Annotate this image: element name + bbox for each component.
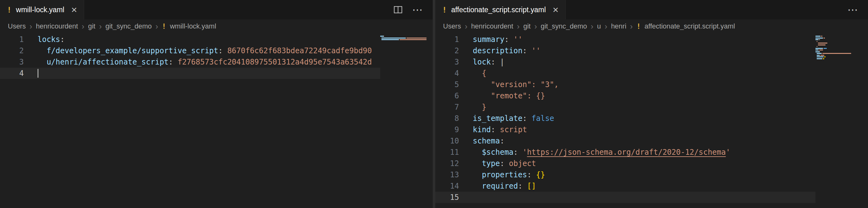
code-line[interactable]: 10schema: — [435, 135, 815, 147]
code-line[interactable]: 4 { — [435, 68, 815, 79]
breadcrumb-item[interactable]: henri — [611, 22, 626, 30]
line-number[interactable]: 15 — [435, 192, 459, 203]
line-content[interactable]: is_template: false — [459, 113, 815, 124]
line-content[interactable]: f/developers_example/supportive_script: … — [24, 45, 380, 56]
breadcrumb-item[interactable]: git — [88, 22, 95, 30]
line-number[interactable]: 2 — [435, 45, 459, 56]
code-area[interactable]: 1locks:2 f/developers_example/supportive… — [0, 33, 380, 208]
breadcrumb-item[interactable]: henricourdent — [471, 22, 514, 30]
line-content[interactable]: kind: script — [459, 124, 815, 135]
line-content[interactable]: u/henri/affectionate_script: f2768573cfc… — [24, 56, 380, 68]
line-number[interactable]: 12 — [435, 158, 459, 169]
code-line[interactable]: 2 f/developers_example/supportive_script… — [0, 45, 380, 56]
line-number[interactable]: 6 — [435, 90, 459, 102]
line-content[interactable]: "remote": {} — [459, 90, 815, 102]
tab-wmill-lock[interactable]: ! wmill-lock.yaml × — [0, 0, 84, 20]
minimap-line — [815, 50, 862, 50]
breadcrumb-item[interactable]: affectionate_script.script.yaml — [645, 22, 735, 30]
editor-actions: ⋯ — [393, 0, 433, 20]
line-number[interactable]: 9 — [435, 124, 459, 135]
breadcrumb: Users›henricourdent›git›git_sync_demo›!w… — [0, 20, 433, 33]
code-line[interactable]: 11 $schema: 'https://json-schema.org/dra… — [435, 147, 815, 158]
line-content[interactable] — [459, 192, 815, 203]
line-number[interactable]: 2 — [0, 45, 24, 56]
tab-affectionate-script[interactable]: ! affectionate_script.script.yaml × — [435, 0, 566, 20]
code-line[interactable]: 6 "remote": {} — [435, 90, 815, 102]
breadcrumb-item[interactable]: git_sync_demo — [540, 22, 587, 30]
code-line[interactable]: 15 — [435, 192, 815, 203]
split-editor-icon[interactable] — [393, 5, 403, 15]
breadcrumb-separator-icon: › — [465, 22, 467, 31]
code-line[interactable]: 13 properties: {} — [435, 169, 815, 180]
line-number[interactable]: 13 — [435, 169, 459, 180]
line-content[interactable]: { — [459, 68, 815, 79]
breadcrumb-item[interactable]: u — [597, 22, 601, 30]
minimap-line — [815, 41, 862, 42]
breadcrumb-separator-icon: › — [155, 22, 158, 31]
code-line[interactable]: 12 type: object — [435, 158, 815, 169]
code-line[interactable]: 9kind: script — [435, 124, 815, 135]
code-line[interactable]: 4 — [0, 68, 380, 79]
line-content[interactable]: locks: — [24, 34, 380, 45]
line-content[interactable] — [24, 68, 380, 79]
minimap-line — [380, 36, 427, 37]
line-content[interactable]: schema: — [459, 135, 815, 147]
breadcrumb-separator-icon: › — [605, 22, 607, 31]
line-number[interactable]: 4 — [0, 68, 24, 79]
breadcrumb-separator-icon: › — [82, 22, 84, 31]
line-content[interactable]: "version": "3", — [459, 79, 815, 90]
line-number[interactable]: 1 — [0, 34, 24, 45]
minimap[interactable] — [380, 33, 427, 208]
line-number[interactable]: 3 — [435, 56, 459, 68]
breadcrumb-item[interactable]: git_sync_demo — [105, 22, 152, 30]
vscode-workbench: ! wmill-lock.yaml × ⋯ Users›henricourden… — [0, 0, 868, 208]
code-line[interactable]: 3lock: | — [435, 56, 815, 68]
line-number[interactable]: 4 — [435, 68, 459, 79]
close-icon[interactable]: × — [71, 5, 77, 15]
minimap-line — [815, 36, 862, 37]
line-content[interactable]: lock: | — [459, 56, 815, 68]
code-line[interactable]: 2description: '' — [435, 45, 815, 56]
yaml-file-icon: ! — [442, 5, 447, 15]
breadcrumb-item[interactable]: Users — [443, 22, 461, 30]
line-content[interactable]: properties: {} — [459, 169, 815, 180]
line-number[interactable]: 8 — [435, 113, 459, 124]
breadcrumb-item[interactable]: wmill-lock.yaml — [170, 22, 216, 30]
code-line[interactable]: 3 u/henri/affectionate_script: f2768573c… — [0, 56, 380, 68]
line-content[interactable]: required: [] — [459, 180, 815, 192]
line-number[interactable]: 11 — [435, 147, 459, 158]
breadcrumb-separator-icon: › — [99, 22, 102, 31]
code-line[interactable]: 7 } — [435, 102, 815, 113]
line-number[interactable]: 3 — [0, 56, 24, 68]
line-number[interactable]: 10 — [435, 135, 459, 147]
line-content[interactable]: summary: '' — [459, 34, 815, 45]
breadcrumb-item[interactable]: Users — [8, 22, 26, 30]
code-line[interactable]: 1summary: '' — [435, 34, 815, 45]
code-line[interactable]: 8is_template: false — [435, 113, 815, 124]
line-number[interactable]: 5 — [435, 79, 459, 90]
editor-group-sash[interactable] — [433, 0, 435, 208]
line-number[interactable]: 7 — [435, 102, 459, 113]
more-actions-icon[interactable]: ⋯ — [412, 4, 423, 15]
minimap-line — [815, 46, 862, 47]
line-number[interactable]: 14 — [435, 180, 459, 192]
link[interactable]: https://json-schema.org/draft/2020-12/sc… — [527, 148, 726, 157]
minimap[interactable] — [815, 33, 862, 208]
more-actions-icon[interactable]: ⋯ — [847, 4, 859, 15]
breadcrumb-separator-icon: › — [29, 22, 32, 31]
code-line[interactable]: 5 "version": "3", — [435, 79, 815, 90]
code-area[interactable]: 1summary: ''2description: ''3lock: |4 {5… — [435, 33, 815, 208]
line-content[interactable]: type: object — [459, 158, 815, 169]
line-content[interactable]: $schema: 'https://json-schema.org/draft/… — [459, 147, 815, 158]
breadcrumb-item[interactable]: henricourdent — [36, 22, 78, 30]
line-content[interactable]: } — [459, 102, 815, 113]
minimap-line — [815, 60, 862, 61]
line-number[interactable]: 1 — [435, 34, 459, 45]
close-icon[interactable]: × — [553, 5, 559, 15]
line-content[interactable]: description: '' — [459, 45, 815, 56]
minimap-line — [815, 39, 862, 40]
breadcrumb-item[interactable]: git — [523, 22, 531, 30]
editor-actions: ⋯ — [847, 0, 868, 20]
code-line[interactable]: 1locks: — [0, 34, 380, 45]
code-line[interactable]: 14 required: [] — [435, 180, 815, 192]
